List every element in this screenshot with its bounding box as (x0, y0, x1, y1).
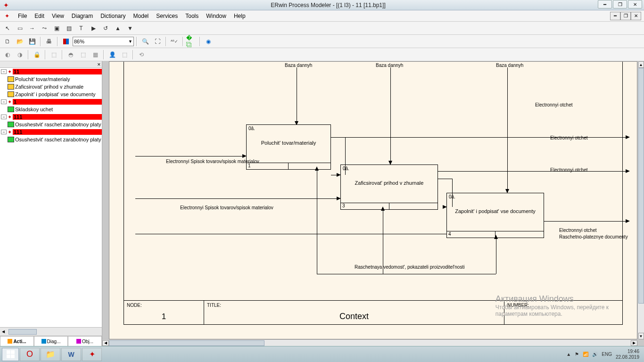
tb3-icon-5[interactable]: ◓ (65, 49, 76, 60)
tree-item[interactable]: Osushestvit' raschet zarabotnoy platy (15, 137, 101, 142)
start-button[interactable] (2, 348, 19, 361)
tab-diagrams[interactable]: Diag... (34, 336, 68, 346)
zoom-select[interactable]: 86%▼ (73, 37, 134, 46)
system-tray[interactable]: ▲ ⚑ 📶 🔊 ENG 19:46 22.08.2019 (566, 349, 642, 360)
new-icon[interactable]: 🗋 (2, 36, 13, 47)
mdi-close-button[interactable]: ✕ (631, 12, 641, 20)
diagram-canvas-wrap: Baza dannyh Baza dannyh Baza dannyh 0â. … (102, 61, 644, 346)
mdi-restore-button[interactable]: ❐ (620, 12, 631, 20)
mdi-minimize-button[interactable]: ━ (610, 12, 620, 20)
tab-activities[interactable]: Acti... (0, 336, 34, 346)
input-label-2: Electronnyi Spisok tovarov/spisok materi… (180, 205, 273, 210)
tree-item[interactable]: Poluchit' tovar/materialy (15, 76, 70, 82)
menu-diagram[interactable]: Diagram (68, 12, 97, 20)
tree-node-111b[interactable]: 111 (13, 129, 102, 135)
tray-network-icon[interactable]: 📶 (583, 352, 588, 357)
panel-close-button[interactable]: ✕ (0, 61, 102, 68)
activity-icon (8, 76, 14, 82)
tb3-icon-7[interactable]: ▦ (90, 49, 101, 60)
menu-edit[interactable]: Edit (31, 12, 48, 20)
arrow-tool-icon[interactable]: → (26, 23, 38, 33)
minimize-button[interactable]: ━ (598, 0, 612, 8)
activity-box-2[interactable]: 0â. Zaficsirovat' prihod v zhurnale 3 (340, 165, 438, 210)
lock-icon[interactable]: 🔒 (31, 49, 42, 60)
title-bar: ✦ ERwin Process Modeler - [(1 l3) - 11 [… (0, 0, 644, 10)
text-tool-icon[interactable]: T (75, 23, 87, 33)
tree-node-1[interactable]: 1 (13, 99, 102, 105)
globe-icon[interactable]: ◉ (203, 36, 214, 47)
maximize-button[interactable]: ❐ (613, 0, 627, 8)
canvas-h-scrollbar[interactable]: ◀▶ (102, 339, 637, 346)
tree-collapse-icon[interactable]: − (1, 99, 7, 104)
undo-icon[interactable]: ↺ (100, 23, 111, 33)
menu-window[interactable]: Window (202, 12, 230, 20)
taskbar-app-opera[interactable]: O (20, 348, 40, 361)
menu-bar: ✦ File Edit View Diagram Dictionary Mode… (0, 10, 644, 22)
mdi-app-icon: ✦ (3, 12, 11, 20)
menu-view[interactable]: View (48, 12, 68, 20)
tree-collapse-icon[interactable]: − (1, 115, 7, 119)
menu-help[interactable]: Help (230, 12, 249, 20)
activity-tool-icon[interactable]: ▭ (14, 23, 25, 33)
pointer-tool-icon[interactable]: ↖ (2, 23, 13, 33)
taskbar-app-erwin[interactable]: ✦ (82, 348, 102, 361)
tree-item[interactable]: Zaficsirovat' prihod v zhumale (15, 84, 83, 90)
menu-tools[interactable]: Tools (182, 12, 202, 20)
menu-file[interactable]: File (14, 12, 31, 20)
tb3-icon-1[interactable]: ◐ (2, 49, 13, 60)
zoom-fit-icon[interactable]: ⛶ (152, 36, 163, 47)
secondary-toolbar: ◐ ◑ 🔒 ⬚ ◓ ⬚ ▦ 👤 ⬚ ⟲ (0, 48, 644, 61)
canvas-v-scrollbar[interactable]: ▲▼ (637, 61, 644, 339)
windows-taskbar: O 📁 W ✦ ▲ ⚑ 📶 🔊 ENG 19:46 22.08.2019 (0, 346, 644, 362)
zoom-in-icon[interactable]: 🔍 (140, 36, 151, 47)
tree-node-11[interactable]: 11 (13, 69, 102, 74)
menu-services[interactable]: Services (152, 12, 182, 20)
mechanism-label: Raschetnaya vedomost', pokazateli proizv… (355, 264, 464, 270)
tray-clock[interactable]: 19:46 22.08.2019 (616, 349, 639, 360)
cube-icon[interactable]: ⬚ (48, 49, 59, 60)
tb3-icon-9[interactable]: ⬚ (119, 49, 130, 60)
ref-tool-icon[interactable]: ▣ (51, 23, 62, 33)
tb3-icon-10[interactable]: ⟲ (136, 49, 147, 60)
output-label-3: Electronnyi otchet (550, 167, 588, 173)
hierarchy-icon[interactable]: �⿻ (186, 36, 197, 47)
squiggle-tool-icon[interactable]: ⤳ (39, 23, 50, 33)
tray-flag-icon[interactable]: ⚑ (575, 352, 579, 357)
person-icon[interactable]: 👤 (107, 49, 118, 60)
tb3-icon-2[interactable]: ◑ (14, 49, 25, 60)
up-icon[interactable]: ▲ (112, 23, 124, 33)
tree-node-111[interactable]: 111 (13, 114, 102, 120)
tb3-icon-6[interactable]: ⬚ (77, 49, 89, 60)
tree-collapse-icon[interactable]: − (1, 69, 7, 74)
activity-tree[interactable]: −✦11 Poluchit' tovar/materialy Zaficsiro… (0, 68, 102, 327)
tray-language[interactable]: ENG (602, 352, 612, 357)
spellcheck-icon[interactable]: ᴬᴮ✓ (169, 36, 180, 47)
drawing-toolbar: ↖ ▭ → ⤳ ▣ ▤ T ▶ ↺ ▲ ▼ (0, 22, 644, 35)
menu-model[interactable]: Model (130, 12, 153, 20)
tray-volume-icon[interactable]: 🔊 (592, 352, 598, 357)
tree-item[interactable]: Zapolnit' i podpisat' vse documenty (15, 91, 96, 97)
close-button[interactable]: ✕ (628, 0, 642, 8)
control-label-1: Baza dannyh (285, 63, 312, 68)
print-icon[interactable]: 🖶 (43, 36, 55, 47)
menu-dictionary[interactable]: Dictionary (97, 12, 129, 20)
model-explorer-icon[interactable] (60, 36, 72, 47)
tree-collapse-icon[interactable]: − (1, 130, 7, 134)
tree-item[interactable]: Osushestvit' raschet zarabotnoy platy (15, 122, 101, 127)
activity-box-3[interactable]: 0â. Zapolnit' i podpisat' vse documenty … (446, 193, 544, 238)
tray-show-hidden-icon[interactable]: ▲ (566, 352, 571, 357)
taskbar-app-explorer[interactable]: 📁 (41, 348, 60, 361)
activity-icon (8, 84, 14, 90)
down-icon[interactable]: ▼ (124, 23, 136, 33)
play-icon[interactable]: ▶ (88, 23, 99, 33)
control-label-3: Baza dannyh (496, 63, 523, 68)
diagram-canvas[interactable]: Baza dannyh Baza dannyh Baza dannyh 0â. … (109, 61, 637, 339)
org-tool-icon[interactable]: ▤ (63, 23, 74, 33)
tab-objects[interactable]: Obj... (68, 336, 102, 346)
open-icon[interactable]: 📂 (14, 36, 25, 47)
save-icon[interactable]: 💾 (26, 36, 38, 47)
tree-h-scrollbar[interactable]: ◀ (0, 327, 102, 336)
tree-item[interactable]: Skladskoy uchet (15, 107, 53, 112)
taskbar-app-word[interactable]: W (61, 348, 81, 361)
activity-icon (8, 107, 14, 112)
